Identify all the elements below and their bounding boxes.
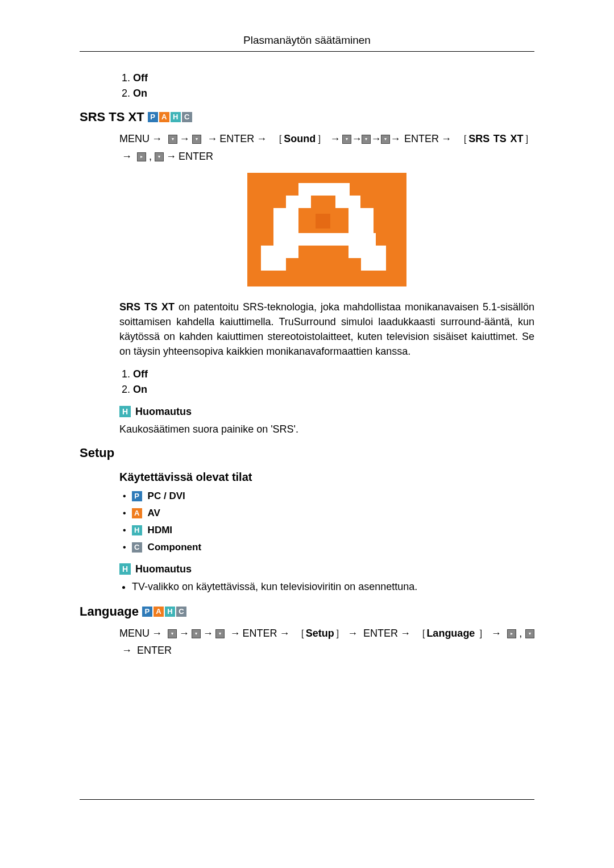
badge-h-icon: H	[132, 525, 142, 535]
note-h-icon: H	[119, 406, 131, 417]
setup-note-heading: H Huomautus	[119, 563, 534, 575]
mode-component: C Component	[123, 542, 534, 553]
nav-down-icon: ▾	[362, 135, 371, 144]
srs-note-label: Huomautus	[135, 406, 192, 418]
badge-a-icon: A	[159, 112, 169, 122]
badge-a-icon: A	[132, 508, 142, 518]
setup-note-list: TV-valikko on käytettävissä, kun televis…	[119, 581, 534, 593]
srs-note-heading: H Huomautus	[119, 406, 534, 418]
setup-note-label: Huomautus	[135, 563, 192, 575]
nav-down-icon: ▾	[525, 629, 534, 638]
badge-p-icon: P	[132, 491, 142, 501]
modes-heading: Käytettävissä olevat tilat	[119, 471, 534, 484]
option-on: On	[133, 88, 534, 99]
badge-p-icon: P	[142, 607, 152, 617]
srs-option-on: On	[133, 384, 534, 396]
nav-down-icon: ▾	[215, 629, 225, 638]
mode-av: A AV	[123, 508, 534, 519]
badge-a-icon: A	[154, 607, 164, 617]
badge-h-icon: H	[171, 112, 181, 122]
nav-down-icon: ▾	[192, 629, 201, 638]
srs-option-off: Off	[133, 368, 534, 380]
srs-note-text: Kaukosäätimen suora painike on 'SRS'.	[119, 423, 534, 435]
srs-heading-text: SRS TS XT	[80, 110, 144, 124]
badge-p-icon: P	[148, 112, 158, 122]
page-header: Plasmanäytön säätäminen	[80, 34, 534, 52]
language-heading: Language P A H C	[80, 604, 534, 619]
badge-c-icon: C	[132, 542, 142, 553]
nav-down-icon: ▾	[381, 135, 390, 144]
srs-option-list: Off On	[119, 368, 534, 396]
mode-hdmi: H HDMI	[123, 525, 534, 536]
nav-down-icon: ▾	[342, 135, 351, 144]
option-off: Off	[133, 72, 534, 84]
nav-side-icon: ▸	[507, 629, 516, 638]
badge-c-icon: C	[182, 112, 192, 122]
pixel-art-icon	[247, 173, 406, 286]
page: Plasmanäytön säätäminen Off On SRS TS XT…	[0, 0, 614, 868]
note-h-icon: H	[119, 563, 131, 575]
badge-h-icon: H	[165, 607, 175, 617]
srs-nav-path: MENU→ ▾→▾ →ENTER→ ［Sound］→▾→▾→▾→ ENTER→ …	[119, 130, 534, 165]
nav-down-icon: ▾	[155, 152, 164, 161]
nav-down-icon: ▾	[168, 629, 177, 638]
srs-heading: SRS TS XT P A H C	[80, 110, 534, 124]
content-body: Off On SRS TS XT P A H C MENU→ ▾→▾ →ENTE…	[80, 72, 534, 659]
badge-group: P A H C	[142, 607, 186, 617]
footer-rule	[80, 799, 534, 800]
srs-illustration	[119, 173, 534, 289]
badge-c-icon: C	[176, 607, 186, 617]
nav-side-icon: ▸	[137, 152, 146, 161]
badge-group: P A H C	[148, 112, 192, 122]
srs-description: SRS TS XT on patentoitu SRS-teknologia, …	[119, 300, 534, 359]
mode-pc: P PC / DVI	[123, 491, 534, 502]
nav-down-icon: ▾	[192, 135, 201, 144]
setup-note-item: TV-valikko on käytettävissä, kun televis…	[132, 581, 534, 593]
modes-list: P PC / DVI A AV H HDMI C Component	[119, 491, 534, 553]
setup-heading: Setup	[80, 446, 534, 460]
language-nav-path: MENU→ ▾→▾→▾ →ENTER→ ［Setup］→ ENTER→ ［Lan…	[119, 625, 534, 659]
nav-down-icon: ▾	[168, 135, 177, 144]
option-list-top: Off On	[119, 72, 534, 99]
